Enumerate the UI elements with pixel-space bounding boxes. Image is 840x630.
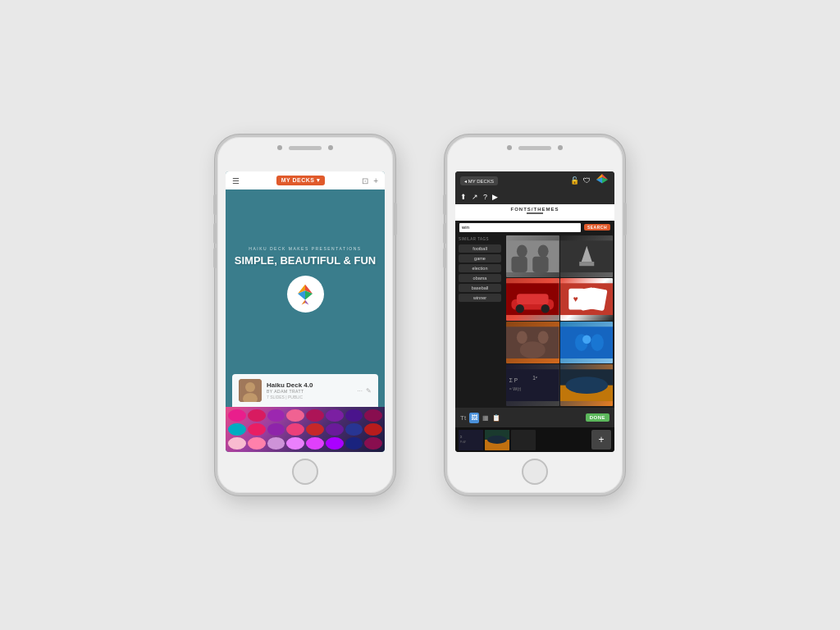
dot [248,409,266,422]
svg-point-38 [582,335,591,343]
back-button[interactable]: ◂ MY DECKS [460,176,498,185]
tag-winner[interactable]: winner [459,294,501,302]
shield-icon[interactable]: 🛡 [583,176,591,185]
result-image-7[interactable]: Σ P = W(r) 1² [506,364,559,406]
add-slide-button[interactable]: + [591,430,611,450]
layout-tool-icon[interactable]: ▦ [482,414,489,422]
card-info: Haiku Deck 4.0 BY ADAM TRATT 7 SLIDES | … [267,381,352,399]
phone-top-speaker-right [507,145,563,150]
bottom-toolbar: Tt 🖼 ▦ 📋 DONE [455,408,614,427]
deck-card[interactable]: Haiku Deck 4.0 BY ADAM TRATT 7 SLIDES | … [232,374,378,407]
search-button[interactable]: SEARCH [584,224,610,231]
dot [267,409,285,422]
dot [286,423,304,436]
fonts-themes-underline [527,212,543,214]
dot [364,437,382,450]
svg-point-33 [538,331,549,343]
svg-marker-4 [305,300,309,305]
search-input[interactable] [459,223,581,232]
filmstrip-cell-1[interactable]: Σ P=W [459,430,483,450]
svg-text:♥: ♥ [573,295,578,304]
origami-bird-icon [293,281,317,306]
svg-point-37 [591,334,603,351]
share-icon[interactable]: ⬆ [460,193,467,201]
tag-game[interactable]: game [459,254,501,262]
phone-top-speaker [277,145,333,150]
tag-election[interactable]: election [459,264,501,272]
home-button[interactable] [292,459,318,485]
card-actions: ··· ✎ [357,387,372,395]
result-image-3[interactable] [506,278,559,320]
my-decks-button[interactable]: MY DECKS ▾ [276,176,326,185]
svg-point-34 [520,341,546,358]
result-image-6[interactable] [560,322,614,363]
edit-icon[interactable]: ✎ [366,387,372,395]
speaker-grille-right [518,146,551,150]
camera-icon[interactable]: ⊡ [362,176,368,185]
front-camera [277,145,282,150]
svg-rect-39 [506,369,559,401]
logo-circle [287,276,324,313]
dot [306,423,324,436]
svg-text:P=W: P=W [460,441,466,444]
dot [286,437,304,450]
dot [326,423,344,436]
svg-text:= W(r): = W(r) [509,386,522,391]
result-image-2[interactable] [560,235,614,277]
svg-point-15 [538,244,549,257]
filmstrip-cell-3[interactable] [511,430,536,450]
lock-icon[interactable]: 🔓 [570,176,579,185]
more-icon[interactable]: ··· [357,387,363,395]
tag-baseball[interactable]: baseball [459,284,501,292]
dot [345,437,363,450]
phone-left-screen: ☰ MY DECKS ▾ ⊡ + HAIKU DECK MAKES PRESEN… [226,171,385,452]
done-button[interactable]: DONE [586,413,609,422]
front-camera-right [507,145,512,150]
action-icons: ⬆ ↗ ? ▶ [460,193,498,201]
result-image-5[interactable] [506,322,559,363]
add-icon[interactable]: + [373,176,378,185]
topbar-left: ☰ MY DECKS ▾ ⊡ + [226,171,385,189]
result-image-8[interactable] [560,364,614,406]
topbar-right-icons: ⊡ + [362,176,378,185]
dot [345,409,363,422]
svg-text:Σ P: Σ P [509,377,518,383]
svg-point-25 [541,304,550,313]
dot [326,409,344,422]
hero-area: HAIKU DECK MAKES PRESENTATIONS SIMPLE, B… [226,189,385,374]
toolbar-row2: ⬆ ↗ ? ▶ [455,189,614,204]
filmstrip-cell-2[interactable] [485,430,509,450]
svg-point-32 [517,331,527,343]
tool-icons: Tt 🖼 ▦ 📋 [460,413,500,423]
home-button-right[interactable] [522,459,548,485]
export-icon[interactable]: ↗ [472,193,478,201]
hero-title: SIMPLE, BEAUTIFUL & FUN [235,254,376,267]
tag-football[interactable]: football [459,244,501,253]
similar-tags-label: SIMILAR TAGS [459,237,501,241]
help-icon[interactable]: ? [483,193,487,201]
result-image-1[interactable] [506,235,559,277]
topbar-right: ◂ MY DECKS 🔓 🛡 [455,171,614,189]
search-content: SIMILAR TAGS football game election obam… [455,234,614,408]
result-image-4[interactable]: ♥ [560,278,614,320]
dot [364,423,382,436]
avatar [239,379,262,402]
hamburger-icon[interactable]: ☰ [232,176,240,185]
svg-point-51 [487,436,507,444]
dot [267,437,285,450]
svg-point-14 [517,244,527,257]
text-tool-icon[interactable]: Tt [460,414,466,422]
dot [228,409,246,422]
dot [345,423,363,436]
svg-point-24 [516,304,524,313]
similar-tags-panel: SIMILAR TAGS football game election obam… [455,234,504,408]
notes-tool-icon[interactable]: 📋 [492,414,500,422]
tag-obama[interactable]: obama [459,274,501,282]
search-bar: SEARCH [455,221,614,234]
speaker-grille [289,146,322,150]
play-icon[interactable]: ▶ [492,193,498,201]
hero-subtitle: HAIKU DECK MAKES PRESENTATIONS [249,246,361,251]
card-title: Haiku Deck 4.0 [267,381,352,389]
phone-right-screen: ◂ MY DECKS 🔓 🛡 ⬆ ↗ ? ▶ [455,171,614,452]
image-tool-icon[interactable]: 🖼 [469,413,479,423]
